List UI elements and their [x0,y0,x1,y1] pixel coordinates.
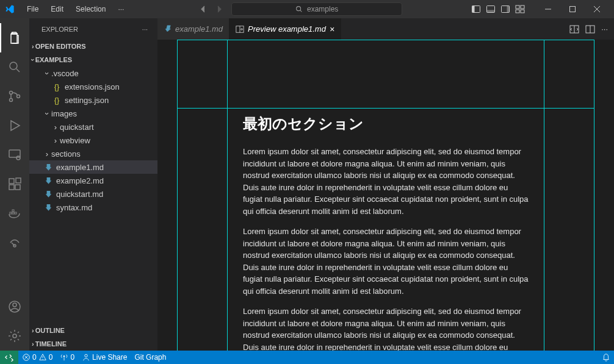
tree-file-extensions[interactable]: {}extensions.json [29,80,157,93]
svg-point-12 [10,62,17,70]
tree-label: images [51,109,77,118]
toggle-sidebar-right-icon[interactable] [500,4,510,14]
status-remote[interactable] [0,351,18,364]
tree-file-quickstart[interactable]: 🡇quickstart.md [29,187,157,201]
warning-icon [38,353,47,362]
svg-point-14 [10,99,13,102]
tree-label: settings.json [65,96,109,105]
tab-preview[interactable]: Preview example1.md × [229,18,341,40]
tree-file-syntax[interactable]: 🡇syntax.md [29,201,157,214]
close-icon[interactable]: × [330,24,334,34]
svg-point-29 [13,334,16,338]
titlebar-center: examples [129,2,471,16]
tabs: 🡇 example1.md Preview example1.md × ··· [157,18,614,40]
activity-docker[interactable] [0,199,29,228]
toggle-sidebar-left-icon[interactable] [471,4,481,14]
svg-rect-10 [521,10,524,13]
chevron-right-icon: › [32,43,34,50]
menu-edit[interactable]: Edit [46,2,68,16]
svg-rect-8 [521,5,524,9]
outline-label: OUTLINE [35,327,65,334]
sidebar-header: EXPLORER ··· [29,18,157,40]
nav-back-icon[interactable] [198,4,208,14]
tab-example1[interactable]: 🡇 example1.md [157,18,229,40]
gitgraph-label: Git Graph [134,353,166,362]
tree-folder-webview[interactable]: ›webview [29,134,157,147]
search-icon [295,5,303,13]
command-center[interactable]: examples [231,2,402,16]
section-open-editors[interactable]: › OPEN EDITORS [29,40,157,53]
activity-settings[interactable] [0,321,29,351]
customize-layout-icon[interactable] [515,4,525,14]
section-folder[interactable]: › EXAMPLES [29,53,157,66]
activity-source-control[interactable] [0,82,29,111]
section-outline[interactable]: › OUTLINE [29,324,157,337]
svg-rect-2 [472,6,475,13]
tree-file-example1[interactable]: 🡇example1.md [29,160,157,174]
status-notifications[interactable] [598,353,614,362]
status-ports[interactable]: 0 [56,353,78,362]
chevron-right-icon: › [32,327,34,334]
svg-rect-18 [9,179,14,184]
tree-label: example2.md [56,176,104,185]
remote-icon [5,353,13,362]
toggle-panel-icon[interactable] [486,4,496,14]
activity-search[interactable] [0,52,29,82]
liveshare-icon [82,353,90,362]
nav-forward-icon[interactable] [214,4,224,14]
sidebar-more-icon[interactable]: ··· [142,26,148,33]
tab-label: Preview example1.md [248,24,326,34]
tree-folder-images[interactable]: ›images [29,107,157,120]
preview-icon [236,25,244,34]
status-problems[interactable]: 0 0 [18,353,56,362]
file-tree: ›.vscode {}extensions.json {}settings.js… [29,66,157,324]
window-controls [536,0,609,18]
titlebar-right [471,0,609,18]
chevron-right-icon: › [43,149,51,159]
tree-label: extensions.json [65,82,120,91]
tree-file-example2[interactable]: 🡇example2.md [29,174,157,187]
layout-controls [471,4,525,14]
activity-remote-explorer[interactable] [0,140,29,170]
activity-run-debug[interactable] [0,111,29,140]
chevron-down-icon: › [43,109,52,118]
menu-more[interactable]: ··· [113,2,129,16]
markdown-icon: 🡇 [43,190,54,199]
tab-more-icon[interactable]: ··· [601,24,608,34]
status-liveshare[interactable]: Live Share [78,353,131,362]
timeline-label: TIMELINE [35,340,67,348]
chevron-down-icon: › [43,69,52,77]
activity-explorer[interactable] [0,23,29,52]
split-editor-icon[interactable] [585,24,595,34]
tree-label: syntax.md [56,203,92,212]
section-timeline[interactable]: › TIMELINE [29,337,157,351]
activity-bar [0,18,29,351]
svg-rect-4 [487,10,495,13]
activity-extensions[interactable] [0,170,29,199]
preview-paragraph: Lorem ipsum dolor sit amet, consectetur … [243,226,529,297]
svg-rect-24 [15,212,16,214]
svg-rect-23 [12,212,14,214]
minimize-button[interactable] [536,0,560,18]
close-button[interactable] [585,0,609,18]
tree-folder-vscode[interactable]: ›.vscode [29,66,157,80]
tree-folder-sections[interactable]: ›sections [29,147,157,160]
maximize-button[interactable] [560,0,585,18]
tree-file-settings[interactable]: {}settings.json [29,93,157,107]
sidebar: EXPLORER ··· › OPEN EDITORS › EXAMPLES ›… [29,18,157,351]
markdown-icon: 🡇 [164,24,172,34]
svg-point-36 [85,354,87,357]
status-bar: 0 0 0 Live Share Git Graph [0,351,614,364]
status-gitgraph[interactable]: Git Graph [131,353,170,362]
menu-selection[interactable]: Selection [71,2,110,16]
preview-pane: 最初のセクション Lorem ipsum dolor sit amet, con… [157,40,614,351]
svg-point-35 [63,355,65,357]
menu-file[interactable]: File [22,2,43,16]
tree-folder-quickstart[interactable]: ›quickstart [29,120,157,134]
search-text: examples [307,5,338,13]
preview-heading: 最初のセクション [243,113,529,135]
activity-gitlens[interactable] [0,228,29,257]
show-source-icon[interactable] [569,24,579,34]
activity-accounts[interactable] [0,292,29,321]
tree-label: sections [51,149,81,159]
